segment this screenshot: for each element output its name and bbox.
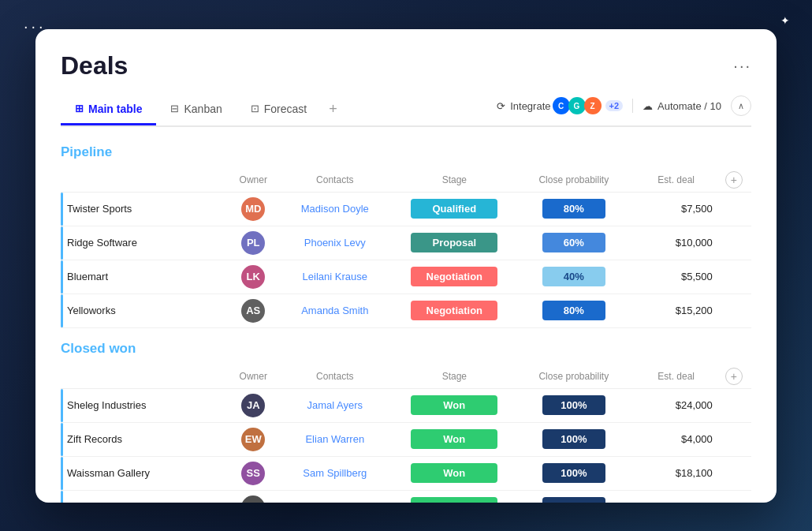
- probability-badge: 40%: [542, 267, 605, 286]
- contact-cell: Madison Doyle: [275, 192, 395, 226]
- contact-link[interactable]: Jamal Ayers: [307, 399, 363, 411]
- deal-name: Yelloworks: [61, 294, 231, 327]
- deal-name: Twister Sports: [61, 192, 231, 226]
- avatar: HG: [241, 495, 265, 503]
- add-column-button-cw[interactable]: +: [725, 368, 743, 385]
- stage-badge: Qualified: [411, 199, 497, 219]
- probability-cell: 40%: [514, 260, 634, 294]
- automate-icon: ☁: [643, 100, 653, 112]
- add-row-col: [719, 260, 751, 294]
- avatar: MD: [241, 197, 265, 221]
- col-prob: Close probability: [514, 168, 634, 193]
- col-stage-cw: Stage: [395, 365, 515, 389]
- add-row-col: [719, 422, 751, 456]
- integration-icon-2: G: [568, 97, 586, 114]
- deal-name: SFF Cruise: [61, 490, 231, 503]
- probability-badge: 60%: [542, 233, 605, 252]
- pipeline-table-header: Owner Contacts Stage Close probability E…: [61, 168, 751, 193]
- deal-name: Sheleg Industries: [61, 388, 231, 422]
- main-card: Deals ··· ⊞ Main table ⊟ Kanban ⊡ Foreca…: [35, 29, 777, 503]
- contact-cell: Sam Spillberg: [275, 456, 395, 490]
- contact-link[interactable]: Phoenix Levy: [304, 237, 366, 249]
- col-stage: Stage: [395, 168, 515, 193]
- stage-badge: Won: [411, 463, 497, 483]
- probability-badge: 100%: [542, 497, 605, 503]
- est-deal-cell: $15,200: [634, 294, 719, 327]
- table-row: Waissman Gallery SS Sam Spillberg Won 10…: [61, 456, 751, 490]
- stage-badge: Proposal: [411, 233, 497, 252]
- contact-cell: Phoenix Levy: [275, 226, 395, 260]
- contact-link[interactable]: Hannah Gluck: [303, 501, 367, 503]
- closed-won-section: Closed won Owner Contacts Stage Close pr…: [61, 341, 751, 503]
- contact-link[interactable]: Madison Doyle: [301, 203, 369, 215]
- closed-won-title: Closed won: [61, 341, 751, 357]
- stage-cell: Won: [395, 456, 515, 490]
- stage-cell: Negotiation: [395, 294, 515, 327]
- add-row-col: [719, 490, 751, 503]
- add-row-col: [719, 226, 751, 260]
- table-icon: ⊞: [75, 103, 84, 114]
- integrate-icons: C G Z +2: [556, 97, 624, 114]
- est-deal-cell: $5,500: [634, 260, 719, 294]
- add-tab-button[interactable]: +: [321, 95, 345, 125]
- owner-avatar: LK: [231, 260, 275, 294]
- table-row: Yelloworks AS Amanda Smith Negotiation 8…: [61, 294, 751, 327]
- table-row: Twister Sports MD Madison Doyle Qualifie…: [61, 192, 751, 226]
- probability-badge: 80%: [542, 199, 605, 219]
- tab-forecast[interactable]: ⊡ Forecast: [237, 96, 321, 125]
- probability-badge: 100%: [542, 463, 605, 483]
- tab-main-table[interactable]: ⊞ Main table: [61, 96, 156, 125]
- add-row-col: [719, 388, 751, 422]
- closed-won-table: Owner Contacts Stage Close probability E…: [61, 365, 751, 503]
- probability-cell: 100%: [514, 388, 634, 422]
- stage-cell: Proposal: [395, 226, 515, 260]
- owner-avatar: MD: [231, 192, 275, 226]
- est-deal-cell: $24,000: [634, 388, 719, 422]
- deal-name: Waissman Gallery: [61, 456, 231, 490]
- add-column-button-pipeline[interactable]: +: [725, 171, 743, 189]
- probability-badge: 80%: [542, 301, 605, 320]
- col-deal-cw: [61, 365, 231, 389]
- est-deal-cell: $18,100: [634, 456, 719, 490]
- deal-name: Ridge Software: [61, 226, 231, 260]
- contact-link[interactable]: Elian Warren: [305, 433, 364, 445]
- col-contacts-cw: Contacts: [275, 365, 395, 389]
- contact-link[interactable]: Amanda Smith: [301, 305, 368, 316]
- probability-badge: 100%: [542, 395, 605, 415]
- contact-cell: Hannah Gluck: [275, 490, 395, 503]
- contact-link[interactable]: Sam Spillberg: [303, 467, 367, 479]
- stage-cell: Won: [395, 422, 515, 456]
- page-title: Deals: [61, 51, 128, 80]
- stage-badge: Negotiation: [411, 301, 497, 320]
- table-row: Bluemart LK Leilani Krause Negotiation 4…: [61, 260, 751, 294]
- stage-cell: Negotiation: [395, 260, 515, 294]
- avatar: AS: [241, 299, 265, 323]
- avatar: SS: [241, 462, 265, 485]
- automate-button[interactable]: ☁ Automate / 10: [643, 100, 721, 112]
- pipeline-table: Owner Contacts Stage Close probability E…: [61, 168, 751, 328]
- probability-cell: 60%: [514, 226, 634, 260]
- contact-link[interactable]: Leilani Krause: [303, 271, 367, 282]
- table-row: Sheleg Industries JA Jamal Ayers Won 100…: [61, 388, 751, 422]
- col-add: +: [719, 168, 751, 193]
- forecast-icon: ⊡: [251, 103, 259, 114]
- col-deal: [61, 168, 231, 193]
- owner-avatar: EW: [231, 422, 275, 456]
- est-deal-cell: $7,500: [634, 192, 719, 226]
- contact-cell: Jamal Ayers: [275, 388, 395, 422]
- divider: [632, 99, 633, 113]
- stage-cell: Won: [395, 388, 515, 422]
- avatar: JA: [241, 394, 265, 417]
- tab-kanban[interactable]: ⊟ Kanban: [156, 96, 236, 125]
- probability-badge: 100%: [542, 429, 605, 449]
- closed-won-table-header: Owner Contacts Stage Close probability E…: [61, 365, 751, 389]
- integrate-button[interactable]: ⟳ Integrate C G Z +2: [497, 97, 623, 114]
- integration-icon-1: C: [553, 97, 570, 114]
- probability-cell: 100%: [514, 422, 634, 456]
- est-deal-cell: $10,000: [634, 226, 719, 260]
- collapse-button[interactable]: ∧: [731, 95, 751, 116]
- col-owner-cw: Owner: [231, 365, 275, 389]
- more-options-button[interactable]: ···: [733, 57, 751, 75]
- kanban-icon: ⊟: [170, 103, 179, 114]
- stage-cell: Qualified: [395, 192, 515, 226]
